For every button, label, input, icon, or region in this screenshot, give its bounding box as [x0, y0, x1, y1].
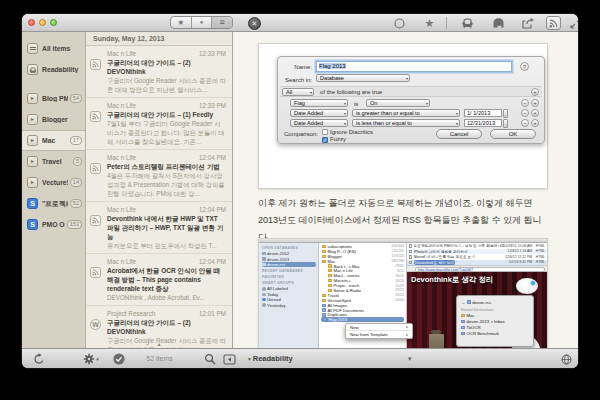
checkbox-box [322, 129, 328, 135]
tree-count: 430/444 [391, 244, 406, 248]
document-title: 프로젝트관리자의 PM이야기... 성장 및 사후 환원에 대한 점검 및 지원 [414, 243, 504, 248]
section-label: RECENT DATABASES [262, 269, 316, 273]
bottom-toolbar: ▾ 52 items ▾Readability ▾ [22, 348, 578, 368]
sidebar-item-all-items[interactable]: All items [22, 38, 85, 59]
page-icon [409, 250, 412, 254]
refresh-icon[interactable] [32, 353, 45, 366]
tree-count: 119/120 [392, 254, 406, 258]
item-time: 12:04 PM [199, 205, 226, 214]
sidebar-item-vecturesp[interactable]: ▸ VectureSp... 14 [22, 172, 85, 193]
date-stepper [503, 119, 508, 128]
database-icon [262, 252, 266, 256]
mark-read-circle-icon[interactable] [392, 16, 407, 30]
rule-op-popup: is less than or equal to▾ [352, 119, 460, 127]
document-date: 12/6/12 12:22 PM [505, 255, 532, 259]
search-icon[interactable] [203, 353, 216, 366]
document-kind: HTML [532, 255, 545, 259]
share-icon[interactable] [520, 16, 535, 30]
sidebar-item-blog-pm[interactable]: ▸ Blog PM n... 54 [22, 88, 85, 109]
sidebar-item-label: Mac [42, 137, 68, 144]
main-area: All items Readability ▸ Blog PM n... 54 … [22, 32, 578, 348]
rss-subscribe-icon[interactable] [546, 16, 561, 30]
scroll-up-hint-icon[interactable]: ▴ [86, 341, 232, 347]
current-feed-label[interactable]: ▾Readability [248, 349, 293, 368]
feed-source: Mac n Life [107, 101, 136, 110]
sidebar-item-project[interactable]: S "프로젝트관... 52 [22, 193, 85, 214]
rss-icon [90, 215, 101, 226]
readability-couch-icon[interactable] [460, 16, 475, 30]
page-icon [409, 255, 412, 259]
sidebar-item-pmo[interactable]: S PMO OR... 153 [22, 214, 85, 235]
document-date: 10/28/12 10:08 AM [504, 244, 532, 248]
sidebar-item-travel[interactable]: ▸ Travel 5 [22, 151, 85, 172]
smart-group-icon [262, 287, 266, 291]
devonthink-sidebar: OPEN DATABASES devon-2012 devon-2013 dev… [259, 243, 319, 348]
rule-field-popup: Date Added▾ [290, 119, 348, 127]
article-image-smart-group-dialog: Name: Flag 2013 ? Search in: Database▾ A… [258, 43, 548, 189]
list-item[interactable]: Mac n Life12:33 PM 구글리더의 대안 가이드 – (1) Fe… [86, 98, 232, 150]
popup-arrows-icon: ▾ [456, 110, 458, 117]
wordpress-icon: W [90, 319, 101, 330]
folder-icon [328, 289, 332, 292]
filter-unread-button[interactable]: ● [192, 17, 213, 28]
tree-count: 18/18 [395, 279, 406, 283]
evernote-elephant-icon[interactable] [491, 16, 506, 30]
filter-all-button[interactable]: ≡ [212, 17, 232, 28]
search-in-popup: Database▾ [316, 74, 410, 82]
list-item[interactable]: Mac n Life12:04 PM Peter의 스토리텔링 프리젠테이션 기… [86, 150, 232, 202]
site-favicon: S [27, 198, 38, 209]
search-in-value: Database [320, 75, 344, 81]
checkbox-label: Ignore Diacritics [330, 129, 373, 136]
star-icon[interactable]: ★ [422, 16, 437, 30]
menu-item-label: New from Template [350, 332, 388, 337]
add-rule-button: + [531, 88, 539, 96]
rule-op-popup: On▾ [366, 99, 430, 107]
popover-header: Recent Destinations [461, 308, 533, 312]
close-window-button[interactable] [28, 19, 35, 26]
list-item[interactable]: Mac n Life12:33 PM 구글리더의 대안 가이드 – (2) DE… [86, 46, 232, 98]
item-preview: DEVONthink , Adobe Acrobat, Ev... [107, 293, 226, 302]
fullscreen-icon[interactable] [568, 16, 578, 30]
list-item[interactable]: Mac n Life12:04 PM Acrobat에서 한글 OCR 인식이 … [86, 254, 232, 306]
scope-popup: All▾ [282, 88, 314, 96]
item-time: 12:33 PM [199, 49, 226, 58]
unread-dot-icon [262, 298, 266, 302]
folder-icon [328, 274, 332, 277]
sidebar-item-mac-selected[interactable]: ▸ Mac 17 [22, 130, 85, 151]
sidebar-item-readability[interactable]: Readability [22, 59, 85, 80]
minimize-window-button[interactable] [39, 19, 46, 26]
sidebar-item-blogger[interactable]: ▸ Blogger [22, 109, 85, 130]
add-rule-button: + [531, 109, 539, 117]
unread-count-badge: 5 [73, 157, 82, 166]
tree-count: 40/40 [395, 298, 406, 302]
list-item[interactable]: Mac n Life12:04 PM Devonthink 내에서 한글 HWP… [86, 202, 232, 254]
item-title: 구글리더의 대안 가이드 – (2) DEVONthink [107, 58, 226, 76]
popover-item-label: ToOCR [467, 325, 481, 330]
zoom-window-button[interactable] [50, 19, 57, 26]
item-time: 12:04 PM [199, 153, 226, 162]
database-item: devon-2013 [262, 256, 316, 261]
cancel-button: Cancel [436, 129, 482, 139]
devonthink-screenshot: OPEN DATABASES devon-2012 devon-2013 dev… [259, 239, 547, 348]
database-icon [262, 263, 266, 267]
folder-icon [461, 314, 465, 317]
rss-icon [90, 163, 101, 174]
feed-source: Mac n Life [107, 205, 136, 214]
article-list: Sunday, May 12, 2013 Mac n Life12:33 PM … [86, 32, 233, 348]
item-title: 구글리더의 대안 가이드 – (2) DEVONthink [107, 318, 226, 336]
popup-arrows-icon: ▾ [344, 110, 346, 117]
rule-op-value: is greater than or equal to [356, 110, 420, 116]
folder-icon [328, 284, 332, 287]
browser-globe-icon[interactable] [560, 353, 573, 366]
scroll-down-hint-icon[interactable]: ▾ [408, 349, 412, 368]
feed-caret-icon: ▾ [248, 356, 251, 362]
add-rule-button: + [531, 99, 539, 107]
unsubscribe-icon[interactable]: ✕ [248, 17, 261, 30]
rule-date-field: 1/ 1/2013 [464, 109, 502, 117]
tree-count: 26/26 [395, 293, 406, 297]
item-preview: 구글리더 Google Reader 서비스 종료에 따른 대체 방안으로 지난… [107, 76, 226, 94]
context-menu-item: New from Template▸ [346, 331, 412, 338]
filter-starred-button[interactable]: ★ [171, 17, 192, 28]
rule-field-popup: Flag▾ [290, 99, 348, 107]
collapse-panel-icon[interactable] [223, 353, 236, 366]
